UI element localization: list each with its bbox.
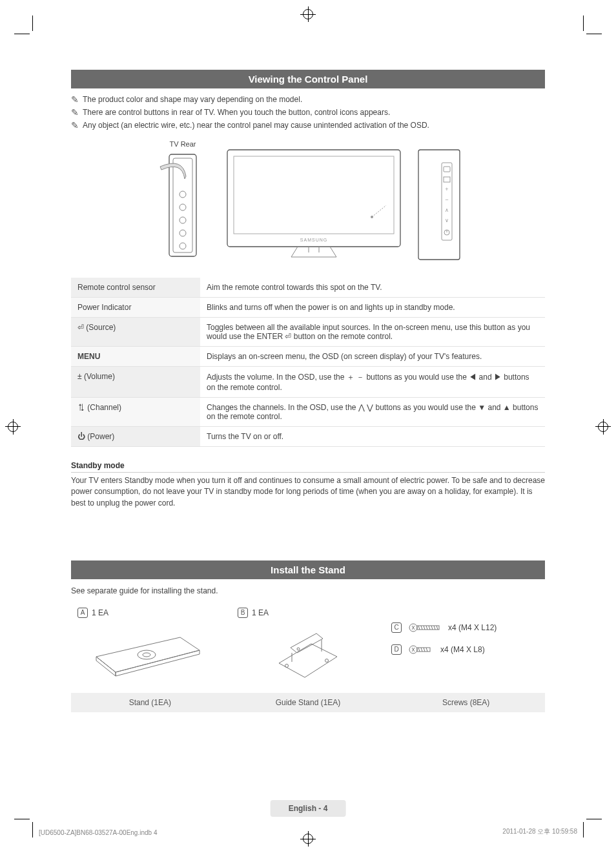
registration-mark-icon — [8, 422, 18, 432]
standby-heading: Standby mode — [71, 461, 545, 473]
svg-point-3 — [180, 204, 186, 211]
stand-col-b: B 1 EA — [231, 608, 385, 683]
tv-rear-figure: TV Rear — [154, 140, 212, 262]
footer-meta-right: 2011-01-28 오후 10:59:58 — [502, 827, 577, 836]
svg-point-26 — [138, 650, 156, 659]
note-item: ✎ The product color and shape may vary d… — [71, 95, 545, 104]
badge-b-icon: B — [238, 608, 248, 618]
install-stand-intro: See separate guide for installing the st… — [71, 586, 545, 597]
note-icon: ✎ — [71, 121, 79, 130]
table-row: ⏎ (Source)Toggles between all the availa… — [71, 318, 545, 347]
crop-mark — [32, 15, 33, 31]
page: Viewing the Control Panel ✎ The product … — [0, 0, 616, 853]
section-title-bar: Viewing the Control Panel — [71, 70, 545, 88]
svg-text:∨: ∨ — [445, 218, 449, 223]
row-desc: Changes the channels. In the OSD, use th… — [200, 398, 545, 427]
svg-point-33 — [325, 659, 329, 662]
row-label: MENU — [71, 347, 200, 367]
svg-marker-29 — [291, 633, 323, 653]
svg-text:+: + — [445, 186, 448, 192]
registration-mark-icon — [303, 9, 313, 19]
caption-stand: Stand (1EA) — [71, 693, 229, 712]
stand-col-screws: C x4 (M4 X L12) D — [391, 608, 545, 655]
install-stand-section: Install the Stand See separate guide for… — [71, 560, 545, 712]
table-row: ⏻ (Power)Turns the TV on or off. — [71, 427, 545, 447]
part-qty: 1 EA — [92, 608, 108, 617]
tv-rear-label: TV Rear — [154, 140, 212, 148]
screw-spec: x4 (M4 X L8) — [440, 645, 485, 654]
osd-panel-icon: + − ∧ ∨ — [416, 146, 462, 262]
crop-mark — [586, 34, 602, 34]
svg-text:SAMSUNG: SAMSUNG — [300, 238, 327, 242]
crop-mark — [14, 819, 30, 819]
content-area: Viewing the Control Panel ✎ The product … — [32, 12, 584, 712]
row-label: ⏻ (Power) — [71, 427, 200, 447]
registration-mark-icon — [598, 422, 608, 432]
note-item: ✎ There are control buttons in rear of T… — [71, 108, 545, 117]
row-label: ⮁ (Channel) — [71, 398, 200, 427]
tv-rear-icon — [154, 150, 212, 260]
svg-rect-7 — [227, 150, 400, 247]
badge-c-icon: C — [391, 622, 402, 633]
row-desc: Turns the TV on or off. — [200, 427, 545, 447]
guide-stand-icon — [266, 624, 350, 683]
standby-text: Your TV enters Standby mode when you tur… — [71, 475, 545, 509]
svg-text:∧: ∧ — [445, 207, 449, 213]
svg-point-34 — [297, 648, 300, 650]
screw-line-c: C x4 (M4 X L12) — [391, 622, 497, 633]
registration-mark-icon — [303, 834, 313, 844]
svg-marker-23 — [96, 637, 200, 672]
tv-front-icon: SAMSUNG — [223, 146, 404, 262]
svg-point-27 — [143, 653, 150, 657]
part-qty: 1 EA — [252, 608, 269, 617]
svg-point-5 — [180, 230, 186, 236]
note-item: ✎ Any object (an electric wire, etc.) ne… — [71, 121, 545, 130]
page-footer-label: English - 4 — [271, 800, 346, 817]
row-label: ⏎ (Source) — [71, 318, 200, 347]
stand-caption-row: Stand (1EA) Guide Stand (1EA) Screws (8E… — [71, 693, 545, 712]
svg-marker-25 — [116, 650, 200, 676]
table-row: MENUDisplays an on-screen menu, the OSD … — [71, 347, 545, 367]
svg-rect-8 — [234, 156, 394, 234]
row-label: Remote control sensor — [71, 278, 200, 298]
note-icon: ✎ — [71, 108, 79, 117]
badge-a-icon: A — [77, 608, 88, 618]
row-desc: Blinks and turns off when the power is o… — [200, 298, 545, 318]
svg-rect-36 — [417, 626, 439, 630]
svg-rect-13 — [418, 150, 460, 260]
row-label: ± (Volume) — [71, 367, 200, 398]
svg-point-32 — [285, 664, 289, 667]
svg-point-2 — [180, 191, 186, 198]
table-row: Power IndicatorBlinks and turns off when… — [71, 298, 545, 318]
table-row: ± (Volume)Adjusts the volume. In the OSD… — [71, 367, 545, 398]
table-row: Remote control sensorAim the remote cont… — [71, 278, 545, 298]
svg-rect-16 — [444, 177, 450, 182]
note-text: The product color and shape may vary dep… — [83, 95, 302, 104]
svg-rect-15 — [444, 167, 450, 172]
svg-point-4 — [180, 217, 186, 223]
illustration-row: TV Rear SAMSUNG — [71, 140, 545, 262]
crop-mark — [32, 822, 33, 838]
row-desc: Toggles between all the available input … — [200, 318, 545, 347]
stand-col-a: A 1 EA — [71, 608, 225, 683]
caption-screws: Screws (8EA) — [387, 693, 545, 712]
table-row: ⮁ (Channel)Changes the channels. In the … — [71, 398, 545, 427]
crop-mark — [583, 15, 584, 31]
crop-mark — [14, 34, 30, 34]
part-badge-label: A 1 EA — [77, 608, 108, 618]
svg-text:−: − — [445, 196, 448, 203]
screw-line-d: D x4 (M4 X L8) — [391, 644, 485, 655]
badge-d-icon: D — [391, 644, 402, 655]
svg-marker-24 — [96, 657, 116, 676]
control-panel-table: Remote control sensorAim the remote cont… — [71, 278, 545, 447]
row-desc: Displays an on-screen menu, the OSD (on … — [200, 347, 545, 367]
crop-mark — [586, 819, 602, 819]
part-badge-label: B 1 EA — [238, 608, 269, 618]
crop-mark — [583, 822, 584, 838]
note-text: There are control buttons in rear of TV.… — [83, 108, 390, 117]
note-text: Any object (an electric wire, etc.) near… — [83, 121, 429, 130]
screw-short-icon — [408, 644, 434, 655]
caption-guide-stand: Guide Stand (1EA) — [229, 693, 387, 712]
screw-long-icon — [408, 622, 442, 633]
screw-spec: x4 (M4 X L12) — [448, 623, 497, 632]
